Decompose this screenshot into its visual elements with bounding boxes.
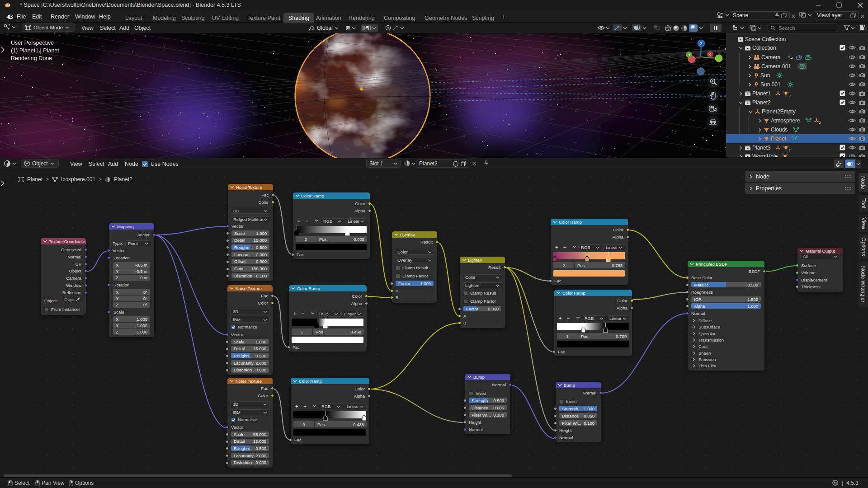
svg-text:Z: Z (700, 42, 703, 46)
svg-text:X: X (708, 52, 711, 56)
svg-text:Y: Y (688, 53, 691, 57)
